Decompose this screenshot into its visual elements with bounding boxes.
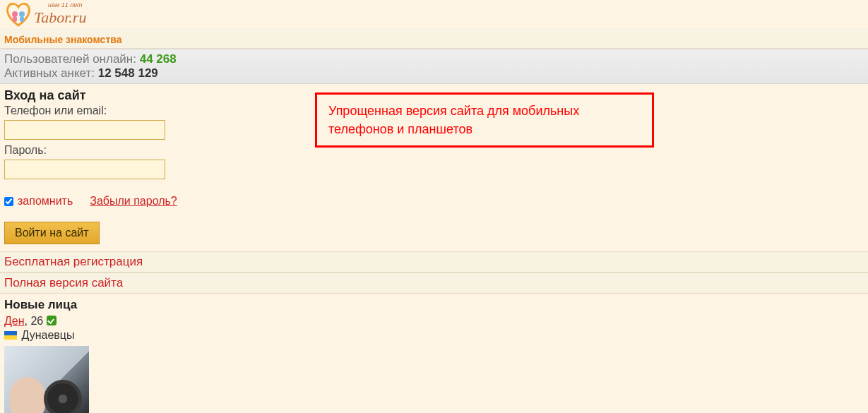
profiles-label: Активных анкет:: [4, 66, 98, 80]
heart-icon: [4, 1, 32, 27]
online-count: 44 268: [140, 52, 177, 66]
profile-name-link[interactable]: Ден: [4, 315, 25, 327]
new-faces-title: Новые лица: [4, 298, 864, 312]
svg-point-0: [12, 11, 18, 17]
online-label: Пользователей онлайн:: [4, 52, 140, 66]
full-version-section: Полная версия сайта: [0, 273, 868, 294]
main-content: Вход на сайт Телефон или email: Пароль: …: [0, 84, 868, 251]
header: нам 11 лет Tabor.ru: [0, 0, 868, 30]
logo-tagline: нам 11 лет: [48, 1, 86, 8]
stats-bar: Пользователей онлайн: 44 268 Активных ан…: [0, 49, 868, 84]
register-section: Бесплатная регистрация: [0, 251, 868, 273]
remember-label: запомнить: [18, 195, 73, 208]
logo-name: Tabor.ru: [34, 8, 86, 27]
info-callout: Упрощенная версия сайта для мобильных те…: [315, 92, 654, 148]
remember-checkbox[interactable]: [4, 197, 13, 206]
svg-point-2: [19, 11, 25, 17]
profile-age: 26: [30, 315, 43, 327]
flag-ua-icon: [4, 331, 17, 340]
profiles-count: 12 548 129: [98, 66, 158, 80]
password-field[interactable]: [4, 160, 165, 179]
online-badge-icon: [47, 316, 57, 325]
logo[interactable]: нам 11 лет Tabor.ru: [4, 1, 86, 27]
forgot-password-link[interactable]: Забыли пароль?: [90, 195, 177, 208]
profile-avatar-link[interactable]: [4, 346, 864, 413]
profile-location: Дунаевцы: [21, 329, 74, 341]
register-link[interactable]: Бесплатная регистрация: [4, 255, 143, 268]
page-subtitle: Мобильные знакомства: [0, 30, 868, 49]
email-label: Телефон или email:: [4, 104, 308, 117]
email-field[interactable]: [4, 120, 165, 140]
svg-rect-1: [13, 16, 17, 22]
avatar: [4, 346, 89, 413]
login-title: Вход на сайт: [4, 88, 308, 103]
password-label: Пароль:: [4, 144, 308, 157]
svg-rect-3: [20, 16, 24, 22]
login-form: Вход на сайт Телефон или email: Пароль: …: [4, 88, 308, 244]
new-faces: Новые лица Ден, 26 Дунаевцы: [0, 294, 868, 413]
full-version-link[interactable]: Полная версия сайта: [4, 276, 123, 289]
login-button[interactable]: Войти на сайт: [4, 222, 100, 244]
